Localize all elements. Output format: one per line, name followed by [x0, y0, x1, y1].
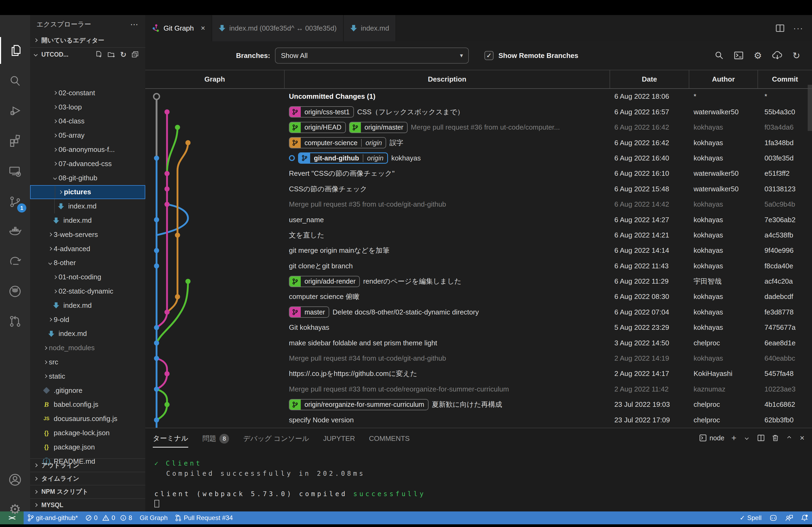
- commit-row[interactable]: origin/css-test1 CSS（フレックスボックスまで）6 Aug 2…: [145, 104, 812, 120]
- branch-status-item[interactable]: git-and-github*: [24, 511, 82, 524]
- tree-item-3-web-servers[interactable]: 3-web-servers: [30, 228, 145, 242]
- tab-comments[interactable]: COMMENTS: [369, 434, 410, 447]
- tree-item-index-md[interactable]: index.md: [30, 298, 145, 313]
- sidebar-section-MYSQL[interactable]: MYSQL: [30, 498, 145, 511]
- commit-row[interactable]: Uncommitted Changes (1)6 Aug 2022 18:06*…: [145, 89, 812, 104]
- tree-item-8-other[interactable]: 8-other: [30, 256, 145, 270]
- tree-item-index-md[interactable]: index.md: [30, 213, 145, 228]
- col-commit[interactable]: Commit: [758, 70, 812, 88]
- commit-row[interactable]: git cloneとgit branch6 Aug 2022 11:43kokh…: [145, 258, 812, 273]
- branch-chip[interactable]: master: [289, 306, 329, 318]
- branch-chip[interactable]: origin/HEAD: [289, 122, 346, 133]
- commit-row[interactable]: git merge origin mainなどを加筆6 Aug 2022 14:…: [145, 243, 812, 258]
- commit-row[interactable]: Git kokhayas5 Aug 2022 23:29kokhayas7475…: [145, 320, 812, 335]
- kill-terminal-icon[interactable]: [772, 434, 779, 442]
- tree-item--gitignore[interactable]: .gitignore: [30, 383, 145, 398]
- tab-problems[interactable]: 問題8: [202, 434, 229, 447]
- editor-scrollbar[interactable]: [808, 85, 812, 131]
- tree-item-docusaurus-config-js[interactable]: JSdocusaurus.config.js: [30, 412, 145, 426]
- collapse-all-icon[interactable]: [131, 51, 139, 58]
- tab-index-md-diff[interactable]: index.md (003fe35d^ ↔ 003fe35d): [212, 15, 344, 41]
- settings-gear-icon[interactable]: ⚙: [0, 496, 30, 523]
- tree-item-index-md[interactable]: index.md: [30, 327, 145, 341]
- tree-item-04-class[interactable]: 04-class: [30, 114, 145, 129]
- terminal-output[interactable]: ✓Client Compiled successfully in 202.08m…: [155, 458, 425, 509]
- commit-row[interactable]: origin/HEAD origin/master Merge pull req…: [145, 120, 812, 135]
- copilot-status-icon[interactable]: [765, 511, 781, 524]
- split-terminal-icon[interactable]: [757, 434, 765, 442]
- branches-dropdown[interactable]: Show All ▾: [275, 47, 469, 64]
- explorer-icon[interactable]: [0, 37, 30, 64]
- spell-status-item[interactable]: ✓ Spell: [736, 511, 765, 524]
- loop-arrow-icon[interactable]: [0, 248, 30, 275]
- open-editors-section[interactable]: 開いているエディター: [30, 33, 145, 47]
- col-graph[interactable]: Graph: [145, 70, 285, 88]
- commit-row[interactable]: make sidebar foldable and set prism them…: [145, 335, 812, 350]
- branch-chip[interactable]: computer-science origin: [289, 137, 386, 148]
- tree-item-02-constant[interactable]: 02-constant: [30, 86, 145, 100]
- cloud-download-icon[interactable]: [772, 51, 782, 60]
- col-date[interactable]: Date: [610, 70, 689, 88]
- commit-row[interactable]: CSSの節の画像チェック6 Aug 2022 15:48waterwalker5…: [145, 181, 812, 197]
- tree-item-06-anonymous-f-[interactable]: 06-anonymous-f...: [30, 142, 145, 157]
- tree-item-08-git-github[interactable]: 08-git-github: [30, 171, 145, 185]
- commit-row[interactable]: git-and-github originkokhayas6 Aug 2022 …: [145, 151, 812, 166]
- source-control-icon[interactable]: 1: [0, 189, 30, 215]
- new-file-icon[interactable]: [95, 51, 103, 58]
- github-pullrequest-icon[interactable]: [0, 308, 30, 335]
- sidebar-section-アウトライン[interactable]: アウトライン: [30, 458, 145, 471]
- tree-item-package-json[interactable]: {}package.json: [30, 440, 145, 454]
- graph-refresh-icon[interactable]: ↻: [793, 51, 800, 60]
- new-folder-icon[interactable]: [107, 51, 115, 58]
- tree-item-static[interactable]: static: [30, 369, 145, 383]
- maximize-panel-icon[interactable]: [787, 436, 791, 440]
- tab-terminal[interactable]: ターミナル: [153, 434, 188, 448]
- tree-item-package-lock-json[interactable]: {}package-lock.json: [30, 426, 145, 440]
- docker-icon[interactable]: [0, 218, 30, 245]
- run-debug-icon[interactable]: [0, 98, 30, 124]
- tree-item-index-md[interactable]: index.md: [30, 199, 145, 213]
- new-terminal-icon[interactable]: +: [731, 433, 737, 443]
- commit-row[interactable]: origin/add-render renderのページを編集しました6 Aug…: [145, 274, 812, 289]
- tree-item-01-not-coding[interactable]: 01-not-coding: [30, 270, 145, 284]
- terminal-dropdown-icon[interactable]: [745, 436, 749, 440]
- github-icon[interactable]: [0, 278, 30, 305]
- tree-item-babel-config-js[interactable]: Bbabel.config.js: [30, 398, 145, 412]
- tree-item-03-loop[interactable]: 03-loop: [30, 100, 145, 114]
- split-editor-icon[interactable]: [775, 24, 785, 32]
- refresh-explorer-icon[interactable]: ↻: [120, 50, 127, 59]
- commit-row[interactable]: computer science 俯瞰6 Aug 2022 08:30kokha…: [145, 289, 812, 304]
- tree-item-pictures[interactable]: pictures: [30, 185, 145, 199]
- branch-chip[interactable]: origin/add-render: [289, 276, 360, 287]
- col-author[interactable]: Author: [689, 70, 758, 88]
- commit-row[interactable]: computer-science origin誤字6 Aug 2022 16:4…: [145, 135, 812, 150]
- branch-chip[interactable]: origin/master: [349, 122, 408, 133]
- commit-row[interactable]: user_name6 Aug 2022 14:27kokhayas7e306ab…: [145, 212, 812, 227]
- terminal-shell-item[interactable]: node: [699, 434, 724, 442]
- tree-item-05-array[interactable]: 05-array: [30, 128, 145, 142]
- sidebar-section-NPM スクリプト[interactable]: NPM スクリプト: [30, 485, 145, 498]
- graph-settings-gear-icon[interactable]: ⚙: [754, 51, 762, 60]
- search-icon[interactable]: [0, 67, 30, 94]
- extensions-icon[interactable]: [0, 127, 30, 154]
- commit-row[interactable]: 文を直した6 Aug 2022 14:21kokhayasa4c538fb: [145, 228, 812, 243]
- col-description[interactable]: Description: [285, 70, 610, 88]
- graph-search-icon[interactable]: [714, 51, 724, 60]
- commit-row[interactable]: origin/reorganize-for-summer-curriculum …: [145, 397, 812, 412]
- terminal-icon[interactable]: [734, 51, 743, 60]
- branch-chip[interactable]: origin/css-test1: [289, 106, 354, 118]
- commit-row[interactable]: Revert "CSSの節の画像チェック"6 Aug 2022 16:10wat…: [145, 166, 812, 181]
- sidebar-more-icon[interactable]: ⋯: [130, 19, 139, 29]
- tab-jupyter[interactable]: JUPYTER: [323, 434, 355, 447]
- editor-more-actions-icon[interactable]: ···: [793, 23, 803, 33]
- commit-row[interactable]: Merge pull request #35 from ut-code/git-…: [145, 197, 812, 212]
- tree-item-4-advanced[interactable]: 4-advanced: [30, 242, 145, 256]
- tree-item-src[interactable]: src: [30, 355, 145, 369]
- close-tab-icon[interactable]: ×: [201, 24, 205, 32]
- tab-git-graph[interactable]: Git Graph ×: [145, 15, 212, 41]
- commit-row[interactable]: https://.co.jpをhttps://github.comに変えた2 A…: [145, 366, 812, 381]
- show-remote-checkbox[interactable]: ✓: [484, 51, 494, 60]
- problems-status-item[interactable]: 0 0 8: [82, 511, 136, 524]
- pull-request-status-item[interactable]: Pull Request #34: [171, 511, 236, 524]
- commit-row[interactable]: master Delete docs/8-other/02-static-dyn…: [145, 304, 812, 320]
